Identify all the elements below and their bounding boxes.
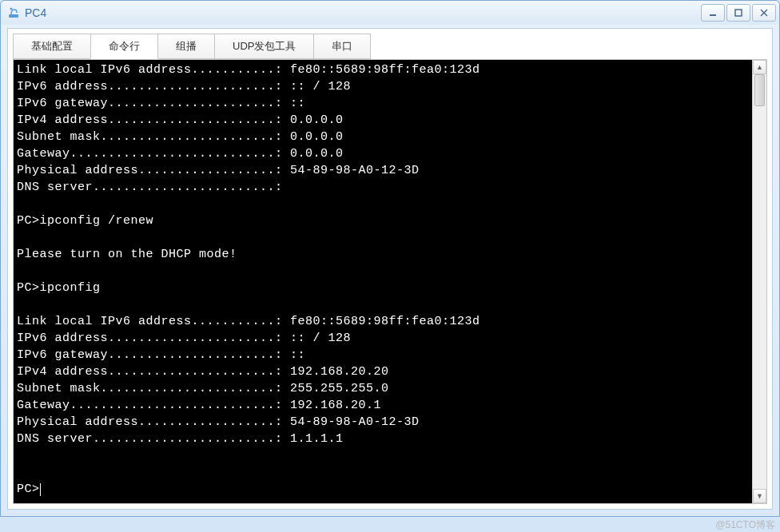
app-icon	[7, 6, 20, 19]
terminal[interactable]: Link local IPv6 address...........: fe80…	[14, 60, 752, 503]
terminal-container: Link local IPv6 address...........: fe80…	[13, 59, 767, 504]
close-button[interactable]	[752, 4, 776, 22]
tab-serial[interactable]: 串口	[313, 34, 371, 59]
svg-point-1	[10, 8, 13, 10]
scroll-down-button[interactable]: ▼	[753, 489, 766, 503]
scroll-up-button[interactable]: ▲	[753, 60, 766, 74]
minimize-button[interactable]	[701, 4, 725, 22]
tab-basic-config[interactable]: 基础配置	[13, 34, 91, 59]
svg-rect-0	[9, 14, 18, 18]
watermark: @51CTO博客	[715, 518, 775, 532]
maximize-button[interactable]	[726, 4, 750, 22]
tab-command-line[interactable]: 命令行	[90, 34, 158, 59]
svg-rect-3	[735, 10, 742, 16]
scrollbar: ▲ ▼	[752, 60, 766, 503]
scroll-thumb[interactable]	[754, 74, 765, 106]
window-controls	[701, 4, 776, 22]
scroll-track[interactable]	[753, 74, 766, 489]
tab-multicast[interactable]: 组播	[157, 34, 215, 59]
titlebar: PC4	[1, 1, 779, 25]
window-title: PC4	[25, 6, 701, 19]
content-area: 基础配置 命令行 组播 UDP发包工具 串口 Link local IPv6 a…	[7, 28, 773, 510]
tab-udp-tool[interactable]: UDP发包工具	[214, 34, 314, 59]
app-window: PC4 基础配置 命令行 组播 UDP发包工具 串口 Link local IP…	[0, 0, 780, 517]
tab-bar: 基础配置 命令行 组播 UDP发包工具 串口	[8, 29, 772, 59]
